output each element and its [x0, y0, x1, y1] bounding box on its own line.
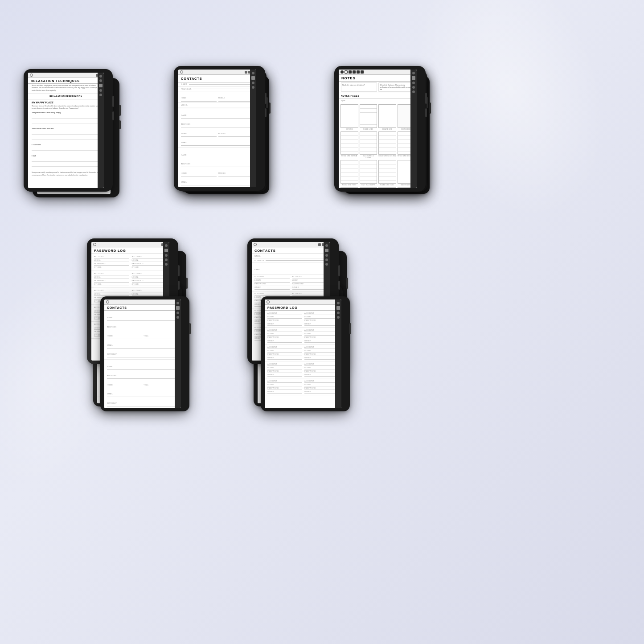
side-nav-notes	[410, 70, 417, 188]
side-nav-relax	[98, 73, 104, 188]
nt-item: RULED GRID RIGHT	[340, 160, 358, 186]
device-cm-main: CONTACTS NAME ADDRESS HOME MOBILE	[174, 66, 265, 191]
nt-item: HALF RULED LEFT	[360, 160, 377, 186]
contacts-br-main-title: CONTACTS	[252, 247, 330, 254]
device-relax-main: RELAXATION TECHNIQUES Stress can affect …	[24, 69, 113, 192]
relax-happy-place: MY HAPPY PLACE	[28, 100, 104, 104]
pw-br-front-title: PASSWORD LOG	[265, 305, 341, 311]
relax-desc: Stress can affect our physical, mental, …	[28, 84, 104, 93]
group-notes: NOTES PAGES DOT GRID RULED SQUARE SKETCH…	[334, 66, 459, 204]
group-bottom-right: CONTACTS NAME: ADDRESS PASSWORD LOG ACCO…	[247, 238, 372, 412]
group-contacts-mid: PASSWORD LOG ACCOUNT ACCOUNT LOGIN LOGIN…	[174, 66, 281, 204]
side-nav-bl-contacts	[175, 299, 181, 408]
contacts-bl-front-title: CONTACTS	[104, 305, 181, 311]
pw-bl-main-title: PASSWORD LOG	[91, 247, 169, 254]
side-nav-br-pw	[335, 299, 341, 408]
nt-item: RULED GRID BOTTOM	[340, 131, 358, 159]
group-bottom-left: PASSWORD LOG ACCOUNT: ACCOUNT: LOGIN: LO…	[87, 238, 212, 412]
device-bl-contacts-front: CONTACTS NAME ADDRESS HOME TELL: EMAIL B…	[100, 296, 189, 411]
group-relaxation: RELAXATION TECHNIQUES RELAXATION PREPARA…	[24, 69, 126, 203]
relax-prep-label: RELAXATION PREPARATION	[28, 94, 104, 99]
nt-item: RULED GRID 2 COL	[378, 160, 396, 186]
relax-title-main: RELAXATION TECHNIQUES	[28, 78, 104, 84]
nt-item: RULED GRID 4 COLUMN	[378, 131, 396, 159]
nt-item: RULED GRID	[340, 187, 358, 188]
nt-item: DOT GRID	[340, 104, 358, 130]
nt-item: RULED LINES 2 COLUMN	[360, 131, 377, 159]
nt-item: TABLE W/ MARGIN	[360, 187, 377, 188]
contacts-title-main: CONTACTS	[178, 75, 256, 82]
device-notes-main: NOTES Work-life balance definition? Work…	[334, 66, 426, 192]
notes-title-main: NOTES	[339, 75, 417, 82]
device-br-pw-front: PASSWORD LOG ACCOUNT ACCOUNT LOGIN LOGIN…	[261, 296, 350, 411]
nt-item: RULED LINES	[360, 104, 377, 130]
nt-item: TABLE 4 COL	[378, 187, 396, 188]
nt-item: SQUARE GRID	[378, 104, 396, 130]
side-nav-contacts-mid	[250, 70, 256, 187]
